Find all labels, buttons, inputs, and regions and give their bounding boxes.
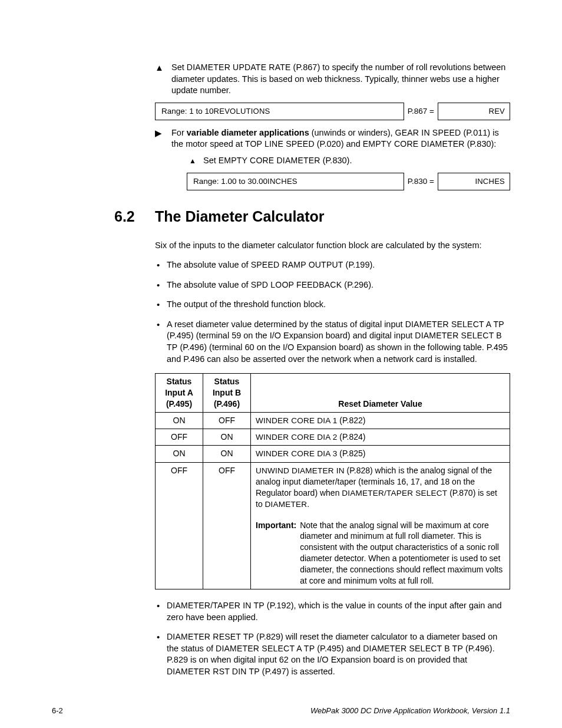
- param-range: Range: 1.00 to 30.00 INCHES: [187, 173, 404, 190]
- heading-title: The Diameter Calculator: [155, 207, 325, 227]
- param-row-p867: Range: 1 to 10 REVOLUTIONS P.867 = REV: [155, 103, 510, 120]
- param-label: P.830 =: [404, 173, 438, 190]
- status-table: Status Input A (P.495) Status Input B (P…: [155, 373, 510, 589]
- table-row: ON OFF WINDER CORE DIA 1 (P.822): [156, 412, 510, 429]
- sub-step-text: Set EMPTY CORE DIAMETER (P.830).: [203, 156, 352, 165]
- param-row-p830: Range: 1.00 to 30.00 INCHES P.830 = INCH…: [187, 173, 510, 190]
- important-label: Important:: [256, 520, 296, 587]
- triangle-up-icon: ▲: [155, 62, 164, 74]
- intro-paragraph: Six of the inputs to the diameter calcul…: [155, 240, 510, 252]
- param-value-box[interactable]: INCHES: [438, 173, 510, 190]
- step-variable-diameter: ▶ For variable diameter applications (un…: [155, 127, 510, 167]
- section-heading: 6.2 The Diameter Calculator: [52, 207, 510, 227]
- step-text: Set DIAMETER UPDATE RATE (P.867) to spec…: [171, 62, 505, 95]
- sub-step-empty-core: ▲ Set EMPTY CORE DIAMETER (P.830).: [171, 155, 510, 167]
- step-text: For variable diameter applications (unwi…: [171, 128, 499, 149]
- table-header: Status Input A (P.495): [156, 374, 203, 413]
- param-value-box[interactable]: REV: [438, 103, 510, 120]
- list-item: The absolute value of SPD LOOP FEEDBACK …: [155, 279, 510, 291]
- page-number: 6-2: [52, 706, 63, 716]
- heading-number: 6.2: [52, 207, 155, 227]
- table-row: OFF ON WINDER CORE DIA 2 (P.824): [156, 429, 510, 446]
- list-item: DIAMETER/TAPER IN TP (P.192), which is t…: [155, 600, 510, 623]
- param-label: P.867 =: [404, 103, 438, 120]
- table-header: Reset Diameter Value: [251, 374, 510, 413]
- footer-title: WebPak 3000 DC Drive Application Workboo…: [310, 706, 510, 716]
- important-text: Note that the analog signal will be maxi…: [300, 520, 505, 587]
- param-range: Range: 1 to 10 REVOLUTIONS: [155, 103, 404, 120]
- triangle-right-icon: ▶: [155, 127, 162, 139]
- table-row: ON ON WINDER CORE DIA 3 (P.825): [156, 446, 510, 462]
- list-item: The absolute value of SPEED RAMP OUTPUT …: [155, 259, 510, 271]
- page-footer: 6-2 WebPak 3000 DC Drive Application Wor…: [52, 706, 510, 716]
- triangle-up-small-icon: ▲: [189, 156, 196, 166]
- list-item: DIAMETER RESET TP (P.829) will reset the…: [155, 631, 510, 677]
- list-item: A reset diameter value determined by the…: [155, 319, 510, 365]
- table-row: OFF OFF UNWIND DIAMETER IN (P.828) which…: [156, 462, 510, 589]
- list-item: The output of the threshold function blo…: [155, 299, 510, 311]
- step-set-diameter-update-rate: ▲ Set DIAMETER UPDATE RATE (P.867) to sp…: [155, 62, 510, 97]
- table-header: Status Input B (P.496): [203, 374, 251, 413]
- important-note: Important: Note that the analog signal w…: [256, 520, 505, 587]
